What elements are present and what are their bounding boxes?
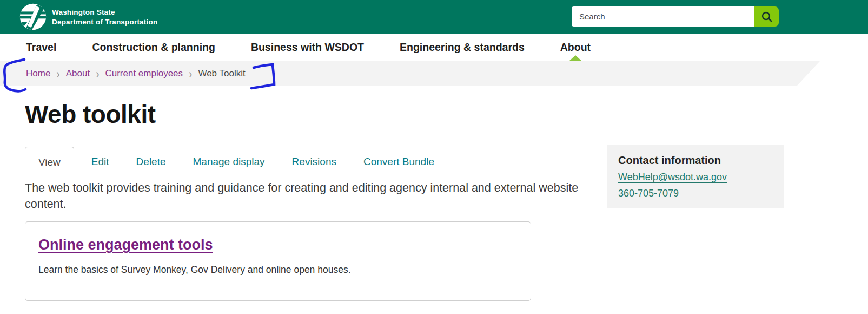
nav-item-business-with-wsdot[interactable]: Business with WSDOT xyxy=(251,34,364,61)
nav-item-label: About xyxy=(560,41,591,54)
nav-item-label: Travel xyxy=(26,41,56,54)
agency-name: Washington State Department of Transport… xyxy=(52,8,157,27)
nav-item-label: Business with WSDOT xyxy=(251,41,364,54)
main-navigation: Travel Construction & planning Business … xyxy=(0,34,868,61)
tab-label: Revisions xyxy=(292,156,336,168)
tab-label: Edit xyxy=(91,156,109,168)
tab-label: Manage display xyxy=(193,156,265,168)
tab-view[interactable]: View xyxy=(25,147,74,178)
tab-label: View xyxy=(38,156,61,168)
breadcrumb: Home › About › Current employees › Web T… xyxy=(26,68,246,79)
tab-label: Convert Bundle xyxy=(363,156,434,168)
contact-information-box: Contact information WebHelp@wsdot.wa.gov… xyxy=(607,145,784,208)
site-search xyxy=(572,6,779,27)
tab-delete[interactable]: Delete xyxy=(127,147,176,178)
contact-phone-link[interactable]: 360-705-7079 xyxy=(618,188,679,199)
nav-item-about[interactable]: About xyxy=(560,34,591,61)
intro-paragraph: The web toolkit provides training and gu… xyxy=(25,178,582,212)
nav-item-travel[interactable]: Travel xyxy=(26,34,56,61)
breadcrumb-link-home[interactable]: Home xyxy=(26,68,50,79)
chevron-right-icon: › xyxy=(56,67,59,80)
breadcrumb-link-about[interactable]: About xyxy=(66,68,90,79)
search-button[interactable] xyxy=(754,6,779,27)
agency-name-line2: Department of Transportation xyxy=(52,17,157,27)
site-header: Washington State Department of Transport… xyxy=(0,0,868,34)
nav-item-label: Engineering & standards xyxy=(400,41,525,54)
breadcrumb-bar: Home › About › Current employees › Web T… xyxy=(0,61,820,86)
nav-item-engineering-standards[interactable]: Engineering & standards xyxy=(400,34,525,61)
tab-revisions[interactable]: Revisions xyxy=(282,147,346,178)
contact-email-link[interactable]: WebHelp@wsdot.wa.gov xyxy=(618,172,727,183)
active-section-caret-icon xyxy=(569,55,582,61)
search-input[interactable] xyxy=(572,6,754,27)
breadcrumb-current-page: Web Toolkit xyxy=(198,68,245,79)
page-title: Web toolkit xyxy=(25,99,589,130)
tab-manage-display[interactable]: Manage display xyxy=(183,147,275,178)
card-title-link[interactable]: Online engagement tools xyxy=(38,237,213,253)
nav-item-construction-planning[interactable]: Construction & planning xyxy=(92,34,215,61)
agency-name-line1: Washington State xyxy=(52,8,157,17)
wsdot-logo-icon xyxy=(19,3,47,30)
card-description: Learn the basics of Survey Monkey, Gov D… xyxy=(38,264,518,276)
admin-tabs: View Edit Delete Manage display Revision… xyxy=(25,147,589,178)
search-icon xyxy=(760,10,773,23)
tab-convert-bundle[interactable]: Convert Bundle xyxy=(354,147,444,178)
contact-heading: Contact information xyxy=(618,154,773,167)
tab-label: Delete xyxy=(136,156,166,168)
tab-edit[interactable]: Edit xyxy=(82,147,119,178)
main-content: Web toolkit View Edit Delete Manage disp… xyxy=(25,86,589,301)
chevron-right-icon: › xyxy=(189,67,192,80)
nav-item-label: Construction & planning xyxy=(92,41,215,54)
breadcrumb-link-current-employees[interactable]: Current employees xyxy=(105,68,183,79)
link-card: Online engagement tools Learn the basics… xyxy=(25,221,531,301)
chevron-right-icon: › xyxy=(96,67,99,80)
